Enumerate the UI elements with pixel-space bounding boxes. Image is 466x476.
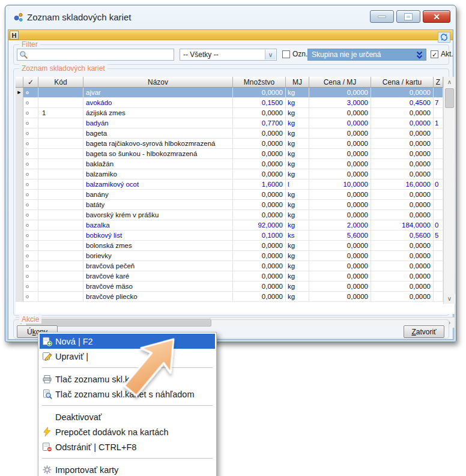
cell-cena-mj[interactable]: 0,0000 [309,159,371,169]
row-mark-cell[interactable] [23,190,38,200]
row-selector-cell[interactable] [16,220,23,230]
cell-nazov[interactable]: badyán [83,118,233,128]
ozn-checkbox[interactable] [282,50,290,58]
cell-z[interactable] [434,108,443,118]
cell-z[interactable]: 7 [434,98,443,108]
cell-mj[interactable]: kg [286,139,309,149]
cell-nazov[interactable]: batáty [83,200,233,210]
cell-mj[interactable]: kg [286,108,309,118]
table-row[interactable]: bravčové mäso 0,0000 kg 0,0000 0,0000 [16,282,455,292]
cell-nazov[interactable]: bravčové mäso [83,282,233,292]
column-header-Cena / MJ[interactable]: Cena / MJ [309,77,371,88]
cell-nazov[interactable]: bravčové karé [83,271,233,282]
cell-cena-kartu[interactable]: 0,0000 [371,251,434,261]
table-row[interactable]: borievky 0,0000 kg 0,0000 0,0000 [16,251,455,261]
cell-cena-mj[interactable]: 5,6000 [309,230,371,241]
cell-z[interactable] [434,292,443,302]
search-input[interactable] [17,49,174,61]
table-row[interactable]: badyán 0,7700 kg 0,0000 0,0000 1 [16,118,455,128]
table-row[interactable]: bageta 0,0000 kg 0,0000 0,0000 [16,128,455,139]
cell-kod[interactable]: 1 [38,108,83,118]
cell-cena-kartu[interactable]: 0,5600 [371,230,434,241]
cell-kod[interactable] [38,271,83,282]
cell-cena-kartu[interactable]: 0,0000 [371,292,434,302]
group-selector-field[interactable]: Skupina nie je určená [307,49,426,61]
cell-cena-kartu[interactable]: 0,0000 [371,169,434,179]
cell-cena-mj[interactable]: 0,0000 [309,118,371,128]
cell-kod[interactable] [38,98,83,108]
row-selector-cell[interactable] [16,190,23,200]
cell-nazov[interactable]: bazalka [83,220,233,230]
cell-mj[interactable]: kg [286,282,309,292]
cell-mnozstvo[interactable]: 0,0000 [233,251,286,261]
type-dropdown[interactable]: -- Všetky -- ∨ [180,49,277,61]
table-row[interactable]: bazalka 92,0000 kg 2,0000 184,0000 0 [16,220,455,230]
column-header-✓[interactable]: ✓ [23,77,38,88]
column-header-Cena / kartu[interactable]: Cena / kartu [371,77,434,88]
row-mark-cell[interactable] [23,169,38,179]
cell-mj[interactable]: kg [286,292,309,302]
row-mark-cell[interactable] [23,282,38,292]
cell-cena-mj[interactable]: 0,0000 [309,282,371,292]
cell-mnozstvo[interactable]: 0,0000 [233,241,286,251]
scroll-down-icon[interactable]: ∨ [444,294,455,304]
cell-cena-mj[interactable]: 0,0000 [309,210,371,220]
table-row[interactable]: baklažán 0,0000 kg 0,0000 0,0000 [16,159,455,169]
row-mark-cell[interactable] [23,261,38,271]
vertical-scroll-thumb[interactable] [445,88,454,108]
cell-mnozstvo[interactable]: 0,0000 [233,210,286,220]
cell-z[interactable] [434,190,443,200]
cell-cena-mj[interactable]: 0,0000 [309,190,371,200]
cell-mnozstvo[interactable]: 0,0000 [233,108,286,118]
row-mark-cell[interactable] [23,200,38,210]
cell-mnozstvo[interactable]: 0,0000 [233,200,286,210]
menu-item-deaktivovať[interactable]: Deaktivovať [40,409,215,424]
cell-mnozstvo[interactable]: 0,0000 [233,149,286,159]
akt-checkbox[interactable] [431,50,438,58]
h-button[interactable]: H [10,31,19,40]
cell-kod[interactable] [38,159,83,169]
cell-cena-mj[interactable]: 0,0000 [309,128,371,139]
column-header-Kód[interactable]: Kód [38,77,83,88]
cell-cena-kartu[interactable]: 0,0000 [371,88,434,98]
cell-nazov[interactable]: balzamiko [83,169,233,179]
cell-cena-kartu[interactable]: 0,0000 [371,210,434,220]
row-selector-cell[interactable] [16,282,23,292]
cell-z[interactable]: 5 [434,230,443,241]
table-row[interactable]: bolonská zmes 0,0000 kg 0,0000 0,0000 [16,241,455,251]
row-selector-cell[interactable] [16,149,23,159]
table-row[interactable]: bravčová pečeň 0,0000 kg 0,0000 0,0000 [16,261,455,271]
cell-mj[interactable]: kg [286,98,309,108]
cell-mj[interactable]: kg [286,220,309,230]
cell-cena-mj[interactable]: 0,0000 [309,139,371,149]
table-row[interactable]: balzamiko 0,0000 kg 0,0000 0,0000 [16,169,455,179]
cell-cena-kartu[interactable]: 0,4500 [371,98,434,108]
cell-mj[interactable]: ks [286,230,309,241]
cell-mnozstvo[interactable]: 0,1000 [233,230,286,241]
cell-cena-mj[interactable]: 0,0000 [309,261,371,271]
cell-cena-mj[interactable]: 0,0000 [309,292,371,302]
cell-cena-mj[interactable]: 3,0000 [309,98,371,108]
cell-nazov[interactable]: baklažán [83,159,233,169]
cell-cena-kartu[interactable]: 0,0000 [371,190,434,200]
cell-mnozstvo[interactable]: 0,0000 [233,292,286,302]
cell-kod[interactable] [38,128,83,139]
zatvorit-button[interactable]: Zatvoriť [404,325,444,338]
cell-kod[interactable] [38,190,83,200]
cell-nazov[interactable]: avokádo [83,98,233,108]
cell-cena-kartu[interactable]: 0,0000 [371,261,434,271]
column-header-Názov[interactable]: Názov [83,77,233,88]
cell-nazov[interactable]: banány [83,190,233,200]
cell-kod[interactable] [38,179,83,190]
cell-z[interactable] [434,149,443,159]
table-row[interactable]: balzamikový ocot 1,6000 l 10,0000 16,000… [16,179,455,190]
row-selector-cell[interactable]: ▶ [16,88,23,98]
cell-cena-kartu[interactable]: 0,0000 [371,139,434,149]
cell-kod[interactable] [38,220,83,230]
row-mark-cell[interactable] [23,98,38,108]
cell-cena-kartu[interactable]: 0,0000 [371,118,434,128]
row-mark-cell[interactable] [23,210,38,220]
table-row[interactable]: banány 0,0000 kg 0,0000 0,0000 [16,190,455,200]
cell-cena-mj[interactable]: 2,0000 [309,220,371,230]
cell-mnozstvo[interactable]: 0,0000 [233,128,286,139]
